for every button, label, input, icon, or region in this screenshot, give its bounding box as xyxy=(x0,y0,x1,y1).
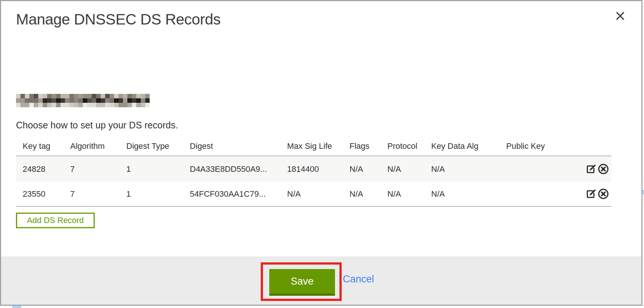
column-header-digest-type: Digest Type xyxy=(126,141,190,151)
column-header-digest: Digest xyxy=(190,141,287,151)
column-header-algorithm: Algorithm xyxy=(70,141,126,151)
delete-record-button[interactable] xyxy=(598,188,609,200)
dialog-title: Manage DNSSEC DS Records xyxy=(16,11,221,28)
edit-record-button[interactable] xyxy=(585,188,597,200)
dnssec-dialog: Manage DNSSEC DS Records Choose how to s… xyxy=(0,0,643,306)
table-row: 24828 7 1 D4A33E8DD550A9... 1814400 N/A … xyxy=(16,155,611,182)
column-header-public-key: Public Key xyxy=(506,141,585,151)
redacted-domain-name xyxy=(16,94,150,107)
row-actions xyxy=(585,188,612,200)
cell-digest: 54FCF030AA1C79... xyxy=(190,189,287,199)
column-header-protocol: Protocol xyxy=(387,141,431,151)
table-row: 23550 7 1 54FCF030AA1C79... N/A N/A N/A … xyxy=(16,182,611,206)
table-header-row: Key tag Algorithm Digest Type Digest Max… xyxy=(16,137,611,155)
add-ds-record-button[interactable]: Add DS Record xyxy=(16,213,95,228)
cell-key-tag: 24828 xyxy=(23,164,70,174)
column-header-key-data-alg: Key Data Alg xyxy=(431,141,506,151)
delete-record-button[interactable] xyxy=(598,163,609,175)
cell-algorithm: 7 xyxy=(70,164,126,174)
cell-protocol: N/A xyxy=(387,189,431,199)
close-icon xyxy=(615,17,625,22)
cell-protocol: N/A xyxy=(387,164,431,174)
cell-algorithm: 7 xyxy=(70,189,126,199)
dialog-footer: Save Cancel xyxy=(1,256,641,305)
ds-records-table: Key tag Algorithm Digest Type Digest Max… xyxy=(16,137,611,207)
cell-digest-type: 1 xyxy=(126,189,190,199)
row-actions xyxy=(585,163,612,175)
cell-flags: N/A xyxy=(349,164,387,174)
cell-key-data-alg: N/A xyxy=(431,189,506,199)
cell-max-sig-life: 1814400 xyxy=(287,164,349,174)
cell-max-sig-life: N/A xyxy=(287,189,349,199)
instruction-text: Choose how to set up your DS records. xyxy=(16,120,178,131)
edit-record-button[interactable] xyxy=(585,163,597,175)
cell-digest: D4A33E8DD550A9... xyxy=(190,164,287,174)
cell-key-data-alg: N/A xyxy=(431,164,506,174)
cell-digest-type: 1 xyxy=(126,164,190,174)
column-header-key-tag: Key tag xyxy=(23,141,70,151)
column-header-max-sig-life: Max Sig Life xyxy=(287,141,349,151)
background-page-artifact xyxy=(643,190,644,194)
edit-icon xyxy=(585,188,597,200)
delete-icon xyxy=(598,163,609,175)
cell-flags: N/A xyxy=(349,189,387,199)
cell-key-tag: 23550 xyxy=(23,189,70,199)
delete-icon xyxy=(598,188,609,200)
edit-icon xyxy=(585,163,597,175)
column-header-flags: Flags xyxy=(349,141,387,151)
cancel-link[interactable]: Cancel xyxy=(343,273,374,285)
close-button[interactable] xyxy=(614,10,627,23)
save-button[interactable]: Save xyxy=(269,269,335,296)
background-page-artifact xyxy=(12,306,21,308)
